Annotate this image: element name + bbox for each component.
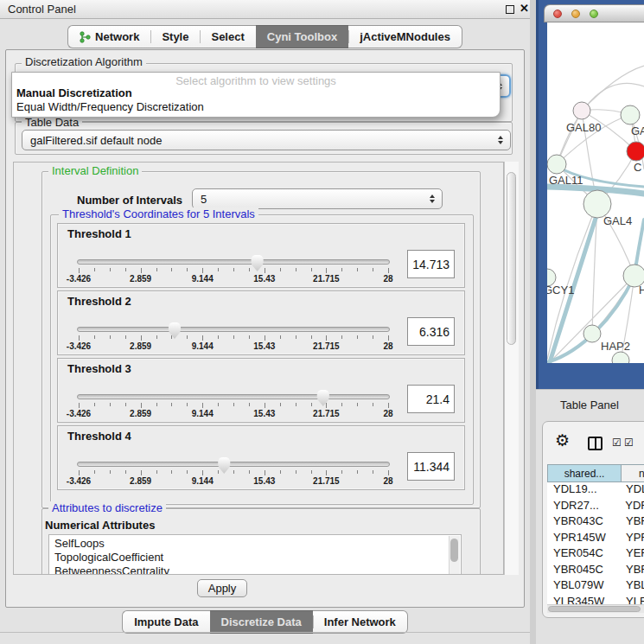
slider-thumb[interactable] — [316, 390, 329, 406]
network-node-label: GAL80 — [566, 121, 601, 134]
table-row[interactable]: YDR27...YDR2 — [547, 499, 644, 515]
mac-close-icon[interactable] — [553, 10, 562, 18]
slider-track[interactable] — [77, 462, 390, 467]
cell-name[interactable]: YBL0 — [622, 578, 644, 595]
table-row[interactable]: YPR145WYPR1 — [547, 531, 644, 547]
stepper-arrows-icon — [498, 136, 503, 144]
slider-thumb[interactable] — [218, 457, 231, 474]
close-icon[interactable]: ✕ — [520, 2, 529, 15]
table-row[interactable]: YBL079WYBL0 — [547, 578, 644, 595]
cell-name[interactable]: YDR2 — [621, 499, 644, 515]
network-node-ga[interactable] — [621, 105, 640, 124]
threshold-label: Threshold 3 — [67, 362, 131, 375]
table-hscrollbar-thumb[interactable] — [548, 606, 641, 612]
slider-tick-label: 21.715 — [313, 409, 340, 418]
network-window-titlebar[interactable] — [544, 4, 644, 22]
column-header-shared-name[interactable]: shared... — [547, 464, 622, 482]
number-of-intervals-value: 5 — [201, 193, 207, 206]
table-row[interactable]: YDL19...YDL1 — [547, 482, 644, 499]
cell-shared-name[interactable]: YDL19... — [547, 482, 622, 499]
list-item[interactable]: SelfLoops — [49, 537, 461, 551]
threshold-slider[interactable]: -3.4262.8599.14415.4321.71528 — [79, 390, 388, 419]
cell-name[interactable]: YBR0 — [622, 514, 644, 531]
network-node-hap2[interactable] — [583, 325, 601, 342]
network-node[interactable] — [612, 352, 629, 363]
settings-scrollbar-thumb[interactable] — [507, 172, 516, 345]
tab-select[interactable]: Select — [200, 25, 255, 48]
gear-icon[interactable]: ⚙ — [555, 432, 570, 449]
slider-thumb[interactable] — [168, 322, 181, 339]
cell-shared-name[interactable]: YPR145W — [547, 531, 622, 547]
threshold-value-input[interactable]: 6.316 — [407, 317, 455, 346]
slider-thumb[interactable] — [251, 255, 264, 271]
slider-tick — [296, 335, 296, 339]
checkbox-checked-icon[interactable]: ☑ — [624, 437, 634, 449]
table-row[interactable]: YBR045CYBR0 — [547, 563, 644, 579]
algorithm-option-manual[interactable]: Manual Discretization — [12, 86, 500, 100]
network-canvas[interactable]: GAL80GACGAL11GAL4GCY1HHAP2 — [547, 22, 644, 363]
attributes-list-scrollbar[interactable] — [449, 536, 460, 575]
slider-track[interactable] — [77, 259, 390, 265]
network-node-gal80[interactable] — [573, 102, 590, 119]
cell-name[interactable]: YDL1 — [622, 482, 644, 499]
cell-name[interactable]: YPR1 — [622, 531, 644, 547]
slider-tick-label: 28 — [383, 476, 392, 486]
network-node-c[interactable] — [627, 142, 644, 161]
bottom-tabbar: Impute DataDiscretize DataInfer Network — [122, 610, 408, 634]
table-row[interactable]: YER054CYER0 — [547, 546, 644, 563]
tab-impute-data[interactable]: Impute Data — [122, 610, 209, 634]
threshold-slider[interactable]: -3.4262.8599.14415.4321.71528 — [79, 255, 388, 284]
numerical-attributes-list[interactable]: SelfLoopsTopologicalCoefficientBetweenne… — [48, 534, 462, 575]
slider-tick-label: 2.859 — [130, 409, 151, 418]
tab-network[interactable]: Network — [67, 25, 150, 48]
column-header-name[interactable]: na — [622, 464, 644, 482]
threshold-value-input[interactable]: 21.4 — [407, 385, 455, 413]
number-of-intervals-combo[interactable]: 5 — [192, 188, 443, 209]
slider-tick — [79, 403, 80, 408]
slider-tick-label: 21.715 — [313, 274, 340, 284]
table-row[interactable]: YBR043CYBR0 — [547, 514, 644, 531]
table-data-combo-value: galFiltered.sif default node — [30, 134, 162, 147]
mac-zoom-icon[interactable] — [590, 10, 598, 18]
cell-shared-name[interactable]: YDR27... — [547, 499, 621, 515]
slider-track[interactable] — [77, 394, 390, 399]
cell-shared-name[interactable]: YBL079W — [547, 578, 622, 595]
cell-shared-name[interactable]: YBR043C — [547, 514, 622, 531]
tab-infer-network[interactable]: Infer Network — [313, 610, 408, 634]
table-horizontal-scrollbar[interactable] — [547, 604, 644, 613]
settings-vertical-scrollbar[interactable] — [504, 162, 519, 575]
cell-name[interactable]: YER0 — [622, 546, 644, 563]
threshold-slider[interactable]: -3.4262.8599.14415.4321.71528 — [79, 457, 388, 487]
list-item[interactable]: BetweennessCentrality — [49, 564, 461, 575]
tab-label: Discretize Data — [221, 615, 302, 628]
tab-style[interactable]: Style — [150, 25, 200, 48]
slider-tick — [218, 403, 219, 406]
slider-tick — [94, 335, 95, 339]
mac-minimize-icon[interactable] — [571, 10, 580, 18]
threshold-slider[interactable]: -3.4262.8599.14415.4321.71528 — [79, 322, 388, 352]
tab-label: Cyni Toolbox — [267, 30, 337, 43]
list-item[interactable]: TopologicalCoefficient — [49, 551, 461, 564]
slider-track[interactable] — [77, 327, 390, 332]
threshold-value-input[interactable]: 14.713 — [407, 250, 455, 278]
cell-shared-name[interactable]: YBR045C — [547, 563, 622, 579]
table-data-combo[interactable]: galFiltered.sif default node — [22, 130, 511, 150]
algorithm-option-equal-width[interactable]: Equal Width/Frequency Discretization — [12, 100, 500, 114]
attributes-scrollbar-thumb[interactable] — [450, 539, 458, 562]
tab-cyni-toolbox[interactable]: Cyni Toolbox — [256, 25, 348, 48]
slider-tick — [388, 268, 389, 273]
slider-tick — [326, 335, 327, 341]
tab-discretize-data[interactable]: Discretize Data — [210, 610, 313, 634]
cell-shared-name[interactable]: YER054C — [547, 546, 622, 563]
checkbox-checked-icon[interactable]: ☑ — [612, 437, 622, 449]
cell-name[interactable]: YBR0 — [622, 563, 644, 579]
threshold-value-input[interactable]: 11.344 — [407, 452, 455, 481]
float-window-icon[interactable] — [506, 5, 514, 14]
slider-tick — [218, 470, 219, 474]
network-node-gal11[interactable] — [547, 155, 566, 174]
control-panel: Control Panel ✕ NetworkStyleSelectCyni T… — [0, 0, 530, 644]
apply-button[interactable]: Apply — [197, 579, 247, 597]
split-columns-icon[interactable] — [588, 437, 603, 450]
network-edge[interactable] — [582, 66, 644, 111]
tab-jactivemnodules[interactable]: jActiveMNodules — [348, 25, 462, 48]
